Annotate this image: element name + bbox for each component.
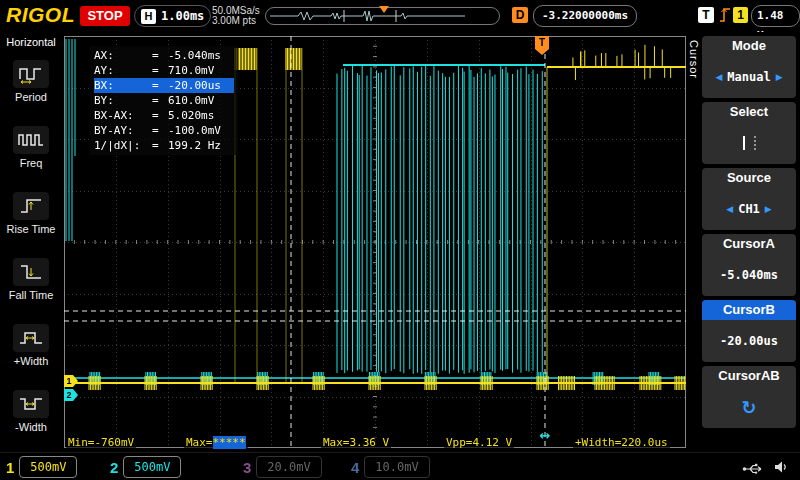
acquisition-info: 50.0MSa/s 3.00M pts	[212, 6, 260, 26]
menu-item-mode[interactable]: Mode ◀ Manual ▶	[702, 36, 796, 98]
sidebar-item-label: Freq	[20, 157, 43, 169]
measure-sidebar: Horizontal Period Freq Rise Time Fall Ti…	[0, 32, 62, 452]
left-arrow-icon: ◀	[726, 204, 733, 214]
cursor-b-value: -20.00us	[720, 334, 778, 348]
sidebar-item-fall-time[interactable]: Fall Time	[0, 246, 62, 312]
cursor-menu: Cursor Mode ◀ Manual ▶ Select	[686, 32, 800, 452]
mode-value: Manual	[727, 70, 770, 84]
measurement-vpp: Vpp=4.12 V	[444, 436, 514, 449]
channel-3-number: 3	[243, 459, 251, 476]
memory-waveform-preview	[265, 7, 500, 25]
trigger-t-icon: T	[698, 7, 714, 23]
minus-width-icon	[13, 390, 49, 418]
delay-d-icon: D	[512, 7, 528, 23]
cursor-select-icon	[736, 135, 762, 151]
top-status-bar: RIGOL STOP H 1.00ms 50.0MSa/s 3.00M pts …	[0, 0, 800, 32]
oscilloscope-screen: RIGOL STOP H 1.00ms 50.0MSa/s 3.00M pts …	[0, 0, 800, 480]
channel-3-scale: 20.0mV	[256, 456, 321, 478]
cursor-row-bxax: BX-AX:=5.020ms	[94, 108, 234, 123]
trigger-source-badge: 1	[733, 7, 748, 23]
channel-4-scale: 10.0mV	[364, 456, 429, 478]
cursor-row-inv-dx: 1/|dX|:=199.2 Hz	[94, 138, 234, 153]
source-value: CH1	[738, 202, 760, 216]
measurement-min: Min=-760mV	[66, 436, 136, 449]
sidebar-item-neg-width[interactable]: -Width	[0, 378, 62, 444]
menu-tab-cursor: Cursor	[688, 40, 700, 79]
channel-4-control[interactable]: 4 10.0mV	[351, 456, 430, 478]
menu-item-cursor-a[interactable]: CursorA -5.040ms	[702, 234, 796, 296]
sidebar-item-period[interactable]: Period	[0, 48, 62, 114]
channel-1-scale: 500mV	[19, 456, 77, 478]
cursor-row-by: BY:=610.0mV	[94, 93, 234, 108]
sidebar-item-freq[interactable]: Freq	[0, 114, 62, 180]
cursor-row-ax: AX:=-5.040ms	[94, 48, 234, 63]
period-icon	[13, 60, 49, 88]
cursor-readout-panel: AX:=-5.040ms AY:=710.0mV BX:=-20.00us BY…	[90, 46, 238, 155]
cursor-a-value: -5.040ms	[720, 268, 778, 282]
left-arrow-icon: ◀	[715, 72, 722, 82]
sidebar-item-label: Fall Time	[9, 289, 54, 301]
delay-value: -3.22000000ms	[533, 5, 637, 27]
sidebar-item-rise-time[interactable]: Rise Time	[0, 180, 62, 246]
measurement-pwidth: +Width=220.0us	[573, 436, 670, 449]
cursor-row-byay: BY-AY:=-100.0mV	[94, 123, 234, 138]
channel-4-number: 4	[351, 459, 359, 476]
trigger-level-value: 1.48 V	[751, 5, 800, 27]
measurement-max-invalid: Max=*****	[184, 436, 248, 449]
sidebar-item-label: Period	[15, 91, 47, 103]
sidebar-item-label: -Width	[15, 421, 47, 433]
channel-1-control[interactable]: 1 500mV	[6, 456, 77, 478]
usb-icon	[742, 461, 766, 479]
fall-time-icon	[13, 258, 49, 286]
menu-item-list: Mode ◀ Manual ▶ Select Source	[702, 36, 796, 428]
horizontal-timebase-group: H 1.00ms	[134, 5, 211, 27]
delay-position-pointer-icon	[379, 6, 389, 13]
menu-item-cursor-b[interactable]: CursorB -20.00us	[702, 300, 796, 362]
horizontal-h-icon: H	[141, 9, 156, 24]
memory-depth: 3.00M pts	[212, 16, 260, 26]
scope-display: AX:=-5.040ms AY:=710.0mV BX:=-20.00us BY…	[64, 36, 686, 448]
channel-2-control[interactable]: 2 500mV	[110, 456, 181, 478]
right-arrow-icon: ▶	[765, 204, 772, 214]
channel-2-scale: 500mV	[123, 456, 181, 478]
rotate-knob-icon: ↻	[741, 397, 756, 418]
run-state-badge: STOP	[80, 6, 130, 26]
measurement-max: Max=3.36 V	[321, 436, 391, 449]
sidebar-item-pos-width[interactable]: +Width	[0, 312, 62, 378]
speaker-icon	[774, 460, 789, 478]
channel-status-bar: 1 500mV 2 500mV 3 20.0mV 4 10.0mV	[0, 452, 800, 480]
right-arrow-icon: ▶	[776, 72, 783, 82]
cursor-row-ay: AY:=710.0mV	[94, 63, 234, 78]
channel-1-number: 1	[6, 459, 14, 476]
freq-icon	[13, 126, 49, 154]
trigger-slope-icon	[719, 6, 731, 28]
channel-3-control[interactable]: 3 20.0mV	[243, 456, 322, 478]
sidebar-title: Horizontal	[0, 36, 62, 48]
menu-item-source[interactable]: Source ◀ CH1 ▶	[702, 168, 796, 230]
menu-item-cursor-ab[interactable]: CursorAB ↻	[702, 366, 796, 428]
cursor-row-bx: BX:=-20.00us	[94, 78, 234, 93]
rise-time-icon	[13, 192, 49, 220]
menu-item-select[interactable]: Select	[702, 102, 796, 164]
sidebar-item-label: +Width	[14, 355, 49, 367]
measurement-bar: Min=-760mV Max=***** Max=3.36 V Vpp=4.12…	[64, 436, 686, 450]
plus-width-icon	[13, 324, 49, 352]
sidebar-item-label: Rise Time	[7, 223, 56, 235]
channel-2-number: 2	[110, 459, 118, 476]
timebase-value: 1.00ms	[161, 9, 204, 23]
rigol-logo: RIGOL	[6, 3, 75, 27]
